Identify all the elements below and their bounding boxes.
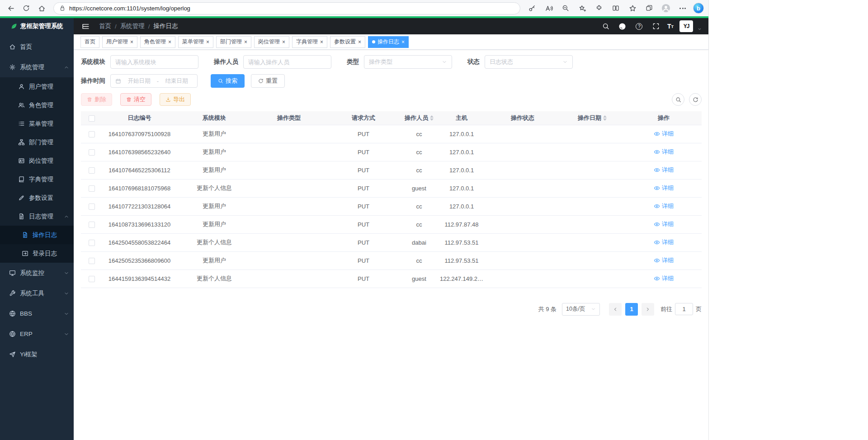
refresh-button[interactable] <box>20 2 33 14</box>
detail-link[interactable]: 详细 <box>654 220 674 228</box>
close-icon[interactable]: × <box>320 39 323 45</box>
row-checkbox[interactable] <box>89 131 95 137</box>
copilot-icon[interactable]: b <box>693 3 704 14</box>
sidebar-item-loginlog[interactable]: 登录日志 <box>0 244 74 263</box>
sidebar-item-dept[interactable]: 部门管理 <box>0 133 74 151</box>
detail-link[interactable]: 详细 <box>654 148 674 156</box>
help-icon[interactable]: ? <box>634 21 645 32</box>
home-button[interactable] <box>35 2 48 14</box>
close-icon[interactable]: × <box>206 39 209 45</box>
row-checkbox[interactable] <box>89 203 95 210</box>
detail-link[interactable]: 详细 <box>654 184 674 192</box>
user-avatar[interactable]: YJ <box>679 20 693 32</box>
tab-param[interactable]: 参数设置× <box>330 36 365 48</box>
breadcrumb-home[interactable]: 首页 <box>99 22 111 30</box>
goto-page-input[interactable] <box>675 303 693 315</box>
cell-status <box>486 179 559 197</box>
module-input[interactable] <box>110 55 198 69</box>
row-checkbox[interactable] <box>89 149 95 156</box>
sidebar-toggle[interactable] <box>80 21 91 32</box>
tab-post[interactable]: 岗位管理× <box>254 36 289 48</box>
close-icon[interactable]: × <box>358 39 361 45</box>
zoom-out-icon[interactable] <box>559 2 572 14</box>
cell-operator: guest <box>401 179 437 197</box>
prev-page-button[interactable] <box>609 303 622 316</box>
favorites-icon[interactable] <box>626 2 639 14</box>
row-checkbox[interactable] <box>89 167 95 174</box>
split-screen-icon[interactable] <box>609 2 622 14</box>
address-bar[interactable]: https://ccnetcore.com:1101/system/log/op… <box>53 2 520 14</box>
sidebar-item-system[interactable]: 系统管理 <box>0 57 74 77</box>
search-icon[interactable] <box>600 21 611 32</box>
type-select[interactable]: 操作类型 <box>364 55 452 69</box>
sidebar-item-menu[interactable]: 菜单管理 <box>0 114 74 133</box>
collections-icon[interactable] <box>643 2 656 14</box>
sidebar-item-param[interactable]: 参数设置 <box>0 189 74 207</box>
chevron-down-icon[interactable] <box>697 27 702 32</box>
tab-dept[interactable]: 部门管理× <box>216 36 251 48</box>
close-icon[interactable]: × <box>282 39 285 45</box>
delete-button[interactable]: 删除 <box>81 93 112 106</box>
github-icon[interactable] <box>617 21 628 32</box>
close-icon[interactable]: × <box>244 39 247 45</box>
row-checkbox[interactable] <box>89 222 95 228</box>
sort-operator[interactable] <box>430 115 434 121</box>
reset-button[interactable]: 重置 <box>251 74 285 88</box>
sidebar-item-home[interactable]: 首页 <box>0 37 74 57</box>
detail-link[interactable]: 详细 <box>654 256 674 265</box>
sidebar-item-monitor[interactable]: 系统监控 <box>0 263 74 283</box>
close-icon[interactable]: × <box>130 39 133 45</box>
status-select[interactable]: 日志状态 <box>485 55 573 69</box>
sidebar-item-yi[interactable]: Yi框架 <box>0 344 74 364</box>
password-key-icon[interactable] <box>526 2 538 14</box>
row-checkbox[interactable] <box>89 240 95 246</box>
close-icon[interactable]: × <box>401 39 405 45</box>
chevron-down-icon <box>64 331 69 337</box>
row-checkbox[interactable] <box>89 258 95 264</box>
back-button[interactable] <box>5 2 17 14</box>
favorites-add-icon[interactable] <box>576 2 589 14</box>
sidebar-item-role[interactable]: 角色管理 <box>0 96 74 114</box>
operator-input[interactable] <box>243 55 331 69</box>
sidebar-item-erp[interactable]: ERP <box>0 324 74 344</box>
detail-link[interactable]: 详细 <box>654 238 674 246</box>
more-menu-icon[interactable] <box>676 2 689 14</box>
sort-date[interactable] <box>603 115 607 121</box>
detail-link[interactable]: 详细 <box>654 274 674 283</box>
row-checkbox[interactable] <box>89 276 95 282</box>
profile-avatar[interactable] <box>660 2 672 14</box>
sidebar-item-operlog[interactable]: 操作日志 <box>0 226 74 244</box>
sidebar-item-log[interactable]: 日志管理 <box>0 207 74 226</box>
page-number-1[interactable]: 1 <box>625 303 638 316</box>
detail-link[interactable]: 详细 <box>654 130 674 138</box>
clear-button[interactable]: 清空 <box>120 93 151 106</box>
tab-dict[interactable]: 字典管理× <box>292 36 327 48</box>
page-size-select[interactable]: 10条/页 <box>562 303 600 316</box>
read-aloud-icon[interactable] <box>542 2 555 14</box>
breadcrumb-system[interactable]: 系统管理 <box>120 22 145 30</box>
sidebar-item-post[interactable]: 岗位管理 <box>0 151 74 170</box>
extensions-icon[interactable] <box>593 2 605 14</box>
font-size-icon[interactable]: TT <box>667 23 674 29</box>
date-range-input[interactable]: 开始日期 - 结束日期 <box>110 74 198 88</box>
tab-operlog[interactable]: 操作日志× <box>368 36 409 48</box>
sidebar-item-bbs[interactable]: BBS <box>0 303 74 324</box>
sidebar-item-tool[interactable]: 系统工具 <box>0 283 74 303</box>
detail-link[interactable]: 详细 <box>654 166 674 174</box>
tab-role[interactable]: 角色管理× <box>140 36 175 48</box>
tab-user[interactable]: 用户管理× <box>102 36 137 48</box>
sidebar-item-user[interactable]: 用户管理 <box>0 77 74 96</box>
close-icon[interactable]: × <box>168 39 171 45</box>
export-button[interactable]: 导出 <box>160 93 191 106</box>
fullscreen-icon[interactable] <box>651 21 661 32</box>
select-all-checkbox[interactable] <box>89 115 95 122</box>
search-button[interactable]: 搜索 <box>211 74 245 88</box>
next-page-button[interactable] <box>642 303 654 316</box>
refresh-table-button[interactable] <box>689 93 702 106</box>
tab-home[interactable]: 首页 <box>80 36 99 48</box>
detail-link[interactable]: 详细 <box>654 202 674 210</box>
tab-menu[interactable]: 菜单管理× <box>178 36 213 48</box>
toggle-search-button[interactable] <box>672 93 684 106</box>
sidebar-item-dict[interactable]: 字典管理 <box>0 170 74 189</box>
row-checkbox[interactable] <box>89 185 95 192</box>
